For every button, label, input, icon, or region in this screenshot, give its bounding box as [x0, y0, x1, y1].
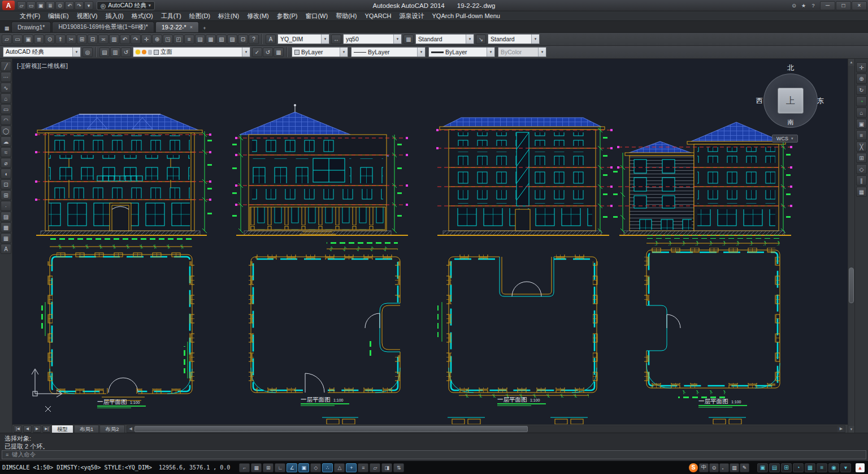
layer-lock-icon[interactable] — [148, 50, 152, 55]
circle-icon[interactable]: ◯ — [1, 126, 11, 136]
array-icon[interactable]: ▦ — [856, 187, 867, 197]
wcs-selector[interactable]: WCS ▾ — [772, 135, 798, 143]
cut-icon[interactable]: ✂ — [66, 35, 76, 44]
scroll-up-icon[interactable]: ▲ — [848, 59, 854, 66]
new-icon[interactable]: ▱ — [17, 1, 26, 10]
linetype-combo[interactable]: ByLayer▾ — [351, 47, 426, 57]
workspace-settings-icon[interactable]: ◎ — [83, 48, 93, 57]
plot-preview-icon[interactable]: ⊙ — [45, 35, 55, 44]
properties-icon[interactable]: ≡ — [184, 35, 194, 44]
vscroll-thumb[interactable] — [849, 268, 854, 304]
show-motion-icon[interactable]: ▣ — [856, 119, 867, 129]
polygon-icon[interactable]: ⌂ — [1, 93, 11, 104]
plan-drawing-4[interactable] — [643, 235, 780, 398]
mleader-style-combo[interactable]: Standard▾ — [488, 34, 540, 44]
menu-yuanquan[interactable]: 源泉设计 — [396, 11, 428, 21]
block-editor-icon[interactable]: ▥ — [109, 35, 119, 44]
mtext-icon[interactable]: A — [1, 244, 11, 254]
zoom-realtime-icon[interactable]: ⊕ — [152, 35, 162, 44]
favorites-icon[interactable]: ★ — [799, 1, 808, 10]
chevron-down-icon[interactable]: ▾ — [531, 35, 539, 44]
open-icon[interactable]: ▭ — [12, 35, 23, 44]
compass-south-label[interactable]: 南 — [760, 118, 822, 127]
file-tabs-icon[interactable]: ▦ — [2, 24, 11, 32]
otrack-toggle[interactable]: ∴ — [322, 463, 333, 472]
menu-modify[interactable]: 修改(M) — [243, 11, 273, 21]
ime-softkeyboard-button[interactable]: ▥ — [730, 463, 739, 472]
redo-icon[interactable]: ↷ — [75, 1, 84, 10]
partial-drawings[interactable] — [322, 417, 746, 424]
chevron-down-icon[interactable]: ▾ — [72, 48, 80, 57]
ducs-toggle[interactable]: △ — [334, 463, 345, 472]
menu-yqarch-pulldown[interactable]: YQArch Pull-down Menu — [428, 11, 504, 21]
scroll-down-icon[interactable]: ▼ — [848, 426, 854, 433]
hscroll-track[interactable] — [134, 426, 837, 432]
dim-style-combo[interactable]: yq50▾ — [343, 34, 402, 44]
arc-icon[interactable]: ◠ — [1, 115, 11, 125]
compass-north-label[interactable]: 北 — [760, 63, 822, 73]
ortho-toggle[interactable]: ∟ — [275, 463, 285, 472]
viewport-controls[interactable]: [-][俯视][二维线框] — [17, 62, 68, 70]
file-tab-hd190816[interactable]: HD190816-169特色景墙(1~6#楼)* — [52, 21, 154, 32]
menu-yqarch[interactable]: YQARCH — [361, 11, 395, 21]
drawing-viewport[interactable]: [-][俯视][二维线框] — [12, 59, 848, 424]
command-customize-icon[interactable]: ≡ — [6, 452, 8, 458]
dim-style-icon[interactable]: ↔ — [331, 35, 341, 44]
zoom-previous-icon[interactable]: ◰ — [173, 35, 184, 44]
table-style-icon[interactable]: ▦ — [403, 35, 414, 44]
layer-thaw-icon[interactable] — [142, 50, 146, 54]
infer-constraints-toggle[interactable]: ⌐ — [239, 463, 250, 472]
transparency-toggle[interactable]: ▱ — [370, 463, 380, 472]
file-tab-drawing1[interactable]: Drawing1* — [11, 21, 51, 32]
layout1-tab[interactable]: 布局1 — [74, 425, 99, 433]
app-logo[interactable]: A — [2, 1, 15, 10]
text-style-combo[interactable]: YQ_DIM▾ — [277, 34, 329, 44]
ellipse-arc-icon[interactable]: ◖ — [1, 169, 11, 179]
ime-lang-button[interactable]: 中 — [699, 463, 709, 472]
new-icon[interactable]: ▱ — [2, 35, 12, 44]
color-combo[interactable]: ByLayer▾ — [292, 47, 348, 57]
search-icon[interactable]: ⊙ — [789, 1, 798, 10]
osnap-toggle[interactable]: ▣ — [298, 463, 309, 472]
elevation-drawing-1[interactable] — [35, 114, 212, 235]
menu-file[interactable]: 文件(F) — [16, 11, 44, 21]
elevation-drawing-2[interactable] — [232, 104, 408, 235]
erase-icon[interactable]: ╳ — [856, 141, 867, 152]
prev-tab-button[interactable]: ◀ — [23, 425, 32, 433]
chevron-down-icon[interactable]: ▾ — [340, 48, 348, 57]
revision-cloud-icon[interactable]: ☁ — [1, 136, 11, 146]
insert-block-icon[interactable]: ⊡ — [1, 179, 11, 189]
gradient-icon[interactable]: ▩ — [1, 222, 11, 232]
annotation-visibility-button[interactable]: ▦ — [805, 463, 815, 472]
command-history[interactable]: 选择对象: 已提取 2 个环。 — [0, 433, 868, 450]
plan-title-2[interactable]: 一层平面图 1:100 — [301, 396, 349, 406]
close-tab-icon[interactable]: × — [190, 24, 193, 30]
plot-icon[interactable]: ≣ — [34, 35, 44, 44]
command-input[interactable]: ≡ 键入命令 — [2, 450, 866, 459]
mirror-icon[interactable]: ◇ — [856, 164, 867, 174]
preview-icon[interactable]: ⊙ — [55, 1, 64, 10]
mleader-style-icon[interactable]: ↘ — [476, 35, 486, 44]
undo-icon[interactable]: ↶ — [120, 35, 130, 44]
quick-view-drawings-button[interactable]: ⊞ — [781, 463, 792, 472]
chevron-down-icon[interactable]: ▾ — [242, 48, 250, 57]
table-style-combo[interactable]: Standard▾ — [415, 34, 474, 44]
make-current-layer-icon[interactable]: ✓ — [252, 48, 262, 57]
quick-view-layouts-button[interactable]: ▤ — [769, 463, 780, 472]
qat-dropdown-icon[interactable]: ▾ — [84, 1, 93, 10]
compass-west-label[interactable]: 西 — [756, 96, 763, 106]
quick-properties-toggle[interactable]: ◨ — [381, 463, 392, 472]
dyn-toggle[interactable]: + — [346, 463, 357, 472]
help-icon[interactable]: ? — [809, 1, 818, 10]
hatch-icon[interactable]: ▨ — [1, 212, 11, 222]
layer-states-icon[interactable]: ▥ — [110, 48, 120, 57]
plan-title-4[interactable]: 一层平面图 1:100 — [698, 398, 747, 408]
orbit-icon[interactable]: ↻ — [856, 85, 867, 95]
polar-toggle[interactable]: ∠ — [287, 463, 297, 472]
minimize-button[interactable]: ─ — [820, 1, 835, 10]
navbar-menu-icon[interactable]: ≡ — [856, 130, 867, 140]
home-view-icon[interactable]: ⌂ — [856, 107, 867, 118]
layer-previous-icon[interactable]: ↺ — [121, 48, 131, 57]
region-icon[interactable]: ▦ — [1, 233, 11, 243]
ellipse-icon[interactable]: ⌀ — [1, 158, 11, 168]
